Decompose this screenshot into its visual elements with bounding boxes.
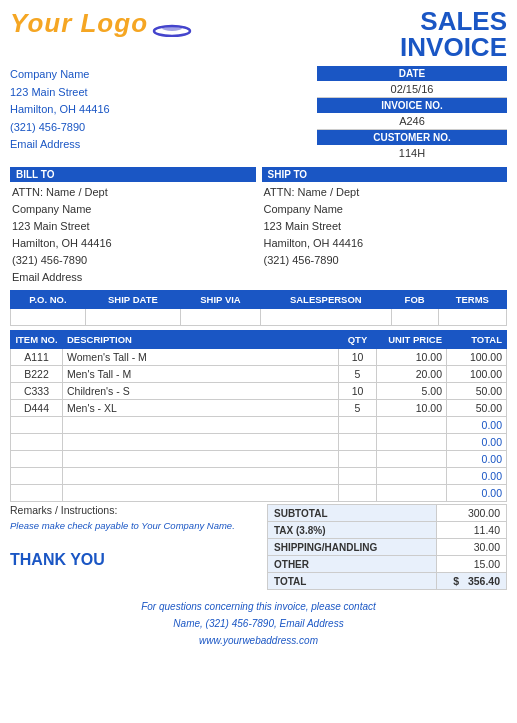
qty-cell — [339, 468, 377, 485]
item-row: A111Women's Tall - M1010.00100.00 — [11, 349, 507, 366]
total-cell: 100.00 — [447, 349, 507, 366]
item-no-cell: D444 — [11, 400, 63, 417]
bottom-section: Remarks / Instructions: Please make chec… — [10, 504, 507, 590]
col-total: TOTAL — [447, 331, 507, 349]
other-label: OTHER — [268, 556, 437, 573]
po-col-shipdate: SHIP DATE — [85, 291, 180, 309]
item-row: C333Children's - S105.0050.00 — [11, 383, 507, 400]
remarks-area: Remarks / Instructions: Please make chec… — [10, 504, 267, 590]
qty-cell — [339, 417, 377, 434]
tax-row: TAX (3.8%) 11.40 — [268, 522, 507, 539]
title-invoice: INVOICE — [400, 34, 507, 60]
qty-cell: 5 — [339, 400, 377, 417]
footer-website: www.yourwebaddress.com — [10, 632, 507, 649]
bill-to-header: BILL TO — [10, 167, 256, 182]
unit-cell — [377, 417, 447, 434]
ship-to-header: SHIP TO — [262, 167, 508, 182]
info-section: Company Name 123 Main Street Hamilton, O… — [10, 66, 507, 161]
item-no-cell: C333 — [11, 383, 63, 400]
ship-company: Company Name — [264, 201, 508, 218]
unit-cell: 10.00 — [377, 349, 447, 366]
desc-cell: Children's - S — [63, 383, 339, 400]
desc-cell — [63, 468, 339, 485]
desc-cell: Men's Tall - M — [63, 366, 339, 383]
header: Your Logo SALES INVOICE — [10, 8, 507, 60]
item-row: 0.00 — [11, 485, 507, 502]
invoice-page: Your Logo SALES INVOICE Company Name 123… — [0, 0, 517, 657]
bill-to-content: ATTN: Name / Dept Company Name 123 Main … — [10, 184, 256, 286]
item-no-cell — [11, 434, 63, 451]
desc-cell: Women's Tall - M — [63, 349, 339, 366]
unit-cell: 10.00 — [377, 400, 447, 417]
bill-attn: ATTN: Name / Dept — [12, 184, 256, 201]
item-no-cell: A111 — [11, 349, 63, 366]
item-no-cell — [11, 468, 63, 485]
po-val-po — [11, 309, 86, 326]
desc-cell — [63, 451, 339, 468]
unit-cell — [377, 485, 447, 502]
invoice-number-value: A246 — [317, 113, 507, 130]
desc-cell — [63, 417, 339, 434]
ship-phone: (321) 456-7890 — [264, 252, 508, 269]
po-val-terms — [438, 309, 506, 326]
bill-email: Email Address — [12, 269, 256, 286]
thank-you-text: THANK YOU — [10, 551, 261, 569]
col-qty: QTY — [339, 331, 377, 349]
po-val-shipdate — [85, 309, 180, 326]
date-value: 02/15/16 — [317, 81, 507, 98]
footer-contact-line2: Name, (321) 456-7890, Email Address — [10, 615, 507, 632]
po-col-po: P.O. NO. — [11, 291, 86, 309]
logo-area: Your Logo — [10, 8, 192, 39]
date-label: DATE — [317, 66, 507, 81]
title-area: SALES INVOICE — [400, 8, 507, 60]
ship-to-content: ATTN: Name / Dept Company Name 123 Main … — [262, 184, 508, 269]
item-row: 0.00 — [11, 434, 507, 451]
desc-cell — [63, 434, 339, 451]
invoice-number-label: INVOICE NO. — [317, 98, 507, 113]
qty-cell: 10 — [339, 383, 377, 400]
item-no-cell — [11, 485, 63, 502]
po-table: P.O. NO. SHIP DATE SHIP VIA SALESPERSON … — [10, 290, 507, 326]
subtotal-row: SUBTOTAL 300.00 — [268, 505, 507, 522]
unit-cell — [377, 434, 447, 451]
footer: For questions concerning this invoice, p… — [10, 598, 507, 649]
col-unit-price: UNIT PRICE — [377, 331, 447, 349]
other-value: 15.00 — [437, 556, 507, 573]
po-col-terms: TERMS — [438, 291, 506, 309]
other-row: OTHER 15.00 — [268, 556, 507, 573]
total-label: TOTAL — [268, 573, 437, 590]
item-row: 0.00 — [11, 468, 507, 485]
bill-address: 123 Main Street — [12, 218, 256, 235]
po-col-fob: FOB — [391, 291, 438, 309]
ship-to-box: SHIP TO ATTN: Name / Dept Company Name 1… — [262, 167, 508, 286]
item-row: D444Men's - XL510.0050.00 — [11, 400, 507, 417]
unit-cell: 20.00 — [377, 366, 447, 383]
total-cell: 100.00 — [447, 366, 507, 383]
unit-cell: 5.00 — [377, 383, 447, 400]
total-cell: 50.00 — [447, 400, 507, 417]
item-no-cell — [11, 451, 63, 468]
bill-phone: (321) 456-7890 — [12, 252, 256, 269]
remarks-label: Remarks / Instructions: — [10, 504, 261, 516]
footer-contact-line1: For questions concerning this invoice, p… — [10, 598, 507, 615]
bill-ship-section: BILL TO ATTN: Name / Dept Company Name 1… — [10, 167, 507, 286]
total-cell: 0.00 — [447, 417, 507, 434]
totals-area: SUBTOTAL 300.00 TAX (3.8%) 11.40 SHIPPIN… — [267, 504, 507, 590]
company-email: Email Address — [10, 136, 110, 154]
total-cell: 0.00 — [447, 451, 507, 468]
date-block: DATE 02/15/16 INVOICE NO. A246 CUSTOMER … — [317, 66, 507, 161]
company-address: 123 Main Street — [10, 84, 110, 102]
total-row: TOTAL $ 356.40 — [268, 573, 507, 590]
shipping-label: SHIPPING/HANDLING — [268, 539, 437, 556]
bill-city: Hamilton, OH 44416 — [12, 235, 256, 252]
po-val-salesperson — [260, 309, 391, 326]
po-col-salesperson: SALESPERSON — [260, 291, 391, 309]
total-dollar: $ — [453, 575, 459, 587]
unit-cell — [377, 451, 447, 468]
company-phone: (321) 456-7890 — [10, 119, 110, 137]
tax-label: TAX (3.8%) — [268, 522, 437, 539]
logo-swoosh-icon — [152, 19, 192, 37]
tax-value: 11.40 — [437, 522, 507, 539]
po-val-fob — [391, 309, 438, 326]
subtotal-label: SUBTOTAL — [268, 505, 437, 522]
